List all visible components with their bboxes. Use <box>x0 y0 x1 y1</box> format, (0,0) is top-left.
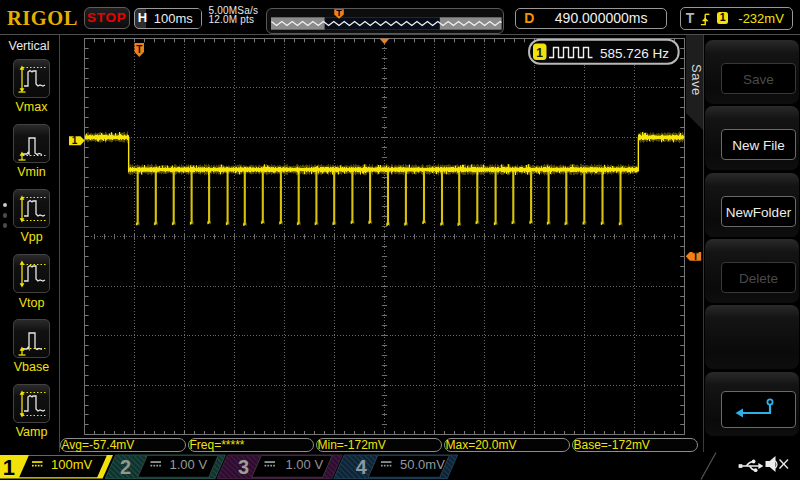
svg-text:4: 4 <box>356 456 368 478</box>
svg-text:T: T <box>136 44 142 55</box>
svg-text:2: 2 <box>120 456 131 478</box>
svg-text:1: 1 <box>72 135 78 146</box>
svg-text:1: 1 <box>3 455 15 480</box>
svg-text:1.00 V: 1.00 V <box>170 457 208 472</box>
svg-text:1: 1 <box>536 46 543 60</box>
svg-text:100mV: 100mV <box>51 457 93 472</box>
svg-text:T: T <box>692 251 698 262</box>
svg-text:585.726 Hz: 585.726 Hz <box>600 46 669 61</box>
svg-text:50.0mV: 50.0mV <box>400 457 445 472</box>
svg-text:1.00 V: 1.00 V <box>286 457 324 472</box>
svg-text:3: 3 <box>238 456 249 478</box>
